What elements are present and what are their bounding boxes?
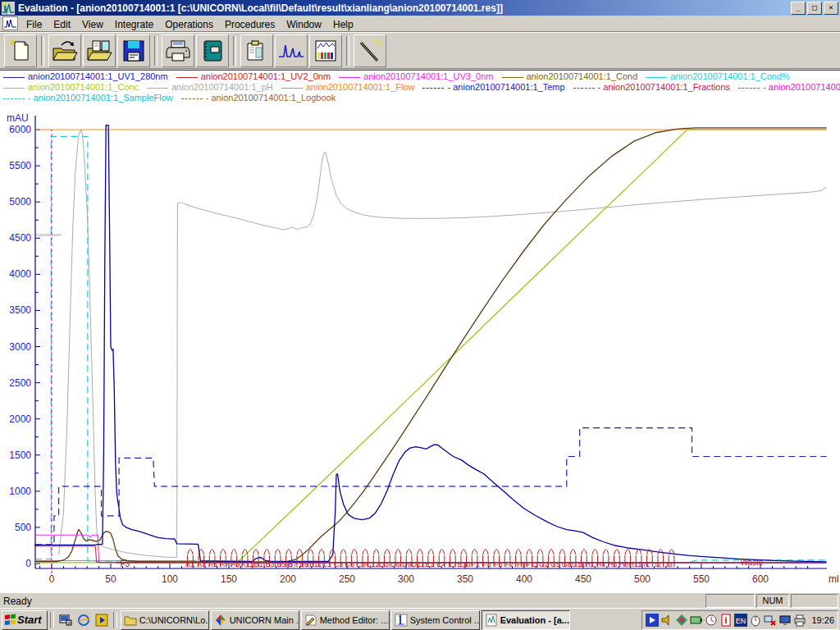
tray-info-doc-icon[interactable]: i: [719, 614, 733, 627]
status-text: Ready: [0, 596, 705, 607]
fraction-arc: [483, 550, 489, 555]
tray-volume-icon[interactable]: [660, 614, 673, 627]
status-pane-2: [791, 594, 838, 608]
close-button[interactable]: ×: [824, 2, 838, 15]
menu-view[interactable]: View: [76, 17, 109, 32]
print-button[interactable]: [162, 34, 194, 67]
system-tray: iEN 19:26: [641, 610, 838, 630]
maximize-button[interactable]: □: [807, 2, 822, 15]
fraction-label: H11: [628, 560, 641, 568]
tray-net-disconnect-icon[interactable]: [764, 614, 777, 627]
fraction-label: F11: [527, 560, 539, 568]
fraction-label: I1: [644, 560, 651, 568]
fraction-arc: [516, 550, 522, 555]
fraction-label: C9: [357, 560, 367, 568]
fraction-arc: [537, 550, 543, 555]
fraction-label: A11: [240, 560, 253, 568]
show-desktop-quicklaunch-icon[interactable]: [57, 612, 74, 628]
fraction-label: B9: [299, 560, 308, 568]
fraction-label: H6: [608, 560, 618, 568]
fraction-arc: [582, 550, 587, 555]
chromatogram-area: anion20100714001:1_UV1_280nmanion2010071…: [0, 70, 840, 593]
report-clipboard-button[interactable]: [240, 34, 273, 67]
title-bar[interactable]: Evaluation - [anion20100714001:1 [c:\UNI…: [0, 0, 840, 16]
fraction-arc: [472, 550, 477, 555]
tray-battery-icon[interactable]: [690, 614, 703, 627]
taskbar: Start C:\UNICORN\Lo...UNICORN Main ...Me…: [0, 608, 840, 630]
start-button[interactable]: Start: [2, 610, 48, 630]
menu-file[interactable]: File: [21, 17, 48, 32]
tray-media-player-icon[interactable]: [646, 614, 659, 627]
fraction-arc: [570, 550, 576, 555]
x-tick-label: 500: [634, 573, 651, 585]
start-label: Start: [17, 614, 42, 626]
menu-edit[interactable]: Edit: [48, 17, 76, 32]
menu-operations[interactable]: Operations: [159, 17, 219, 32]
waste-label: Waste: [741, 558, 764, 567]
menu-window[interactable]: Window: [281, 17, 327, 32]
toolbar-separator: [346, 36, 349, 66]
fraction-label: E1: [425, 560, 434, 568]
menu-bar: FileEditViewIntegrateOperationsProcedure…: [0, 16, 840, 32]
taskbar-button-system-control[interactable]: System Control ...: [391, 610, 480, 630]
fraction-label: C12: [366, 560, 380, 568]
fraction-label: B3: [265, 560, 274, 568]
fraction-label: H4: [596, 560, 606, 568]
open-result-button[interactable]: [83, 34, 116, 67]
fraction-marks: A1A3A5A7A9A11B1B3B5B7B9B11C1C3C6C9C12D3D…: [116, 550, 825, 569]
fraction-label: E10: [458, 560, 471, 568]
open-folder-button[interactable]: [48, 34, 81, 67]
fraction-label-f3: F3: [121, 559, 130, 568]
taskbar-button-folder[interactable]: C:\UNICORN\Lo...: [121, 610, 209, 630]
fraction-label: F3: [482, 560, 491, 568]
fraction-label: A5: [208, 560, 217, 568]
internet-explorer-quicklaunch-icon[interactable]: [75, 612, 92, 628]
tray-mouse-icon[interactable]: [749, 614, 762, 627]
y-tick-label: 4000: [9, 268, 31, 280]
magic-wand-button[interactable]: [354, 34, 386, 67]
y-tick-label: 2000: [9, 413, 31, 425]
notebook-icon: [201, 39, 224, 63]
minimize-button[interactable]: _: [791, 2, 806, 15]
y-tick-label: 1000: [9, 486, 31, 497]
fraction-arc: [352, 550, 358, 555]
notebook-button[interactable]: [196, 34, 229, 67]
menu-help[interactable]: Help: [327, 17, 359, 32]
open-folder-icon: [52, 39, 78, 63]
fraction-label: B11: [309, 560, 322, 568]
chromatogram-peaks-button[interactable]: [275, 34, 308, 67]
fraction-arc: [209, 550, 215, 555]
folder-icon: [124, 614, 137, 627]
tray-printer-icon[interactable]: [793, 614, 806, 627]
fraction-arc: [504, 550, 510, 555]
menu-integrate[interactable]: Integrate: [109, 17, 159, 32]
y-tick-label: 4500: [9, 232, 31, 244]
fraction-arc: [603, 550, 609, 555]
menu-procedures[interactable]: Procedures: [219, 17, 281, 32]
fraction-arc: [264, 550, 270, 555]
window-title: Evaluation - [anion20100714001:1 [c:\UNI…: [18, 2, 503, 14]
save-floppy-button[interactable]: [117, 34, 150, 67]
curve-cond: [35, 128, 827, 562]
tray-lang-EN-icon[interactable]: EN: [734, 614, 747, 627]
tray-scheduler-icon[interactable]: [705, 614, 718, 627]
fraction-arc: [373, 550, 379, 555]
x-tick-label: 300: [398, 573, 414, 585]
media-player-quicklaunch-icon[interactable]: [94, 612, 110, 628]
fraction-label: A1: [185, 560, 194, 568]
new-document-icon: [8, 39, 33, 63]
taskbar-button-method-editor[interactable]: Method Editor: ...: [301, 610, 390, 630]
taskbar-button-label: C:\UNICORN\Lo...: [139, 615, 209, 625]
tray-display-icon[interactable]: [778, 614, 792, 627]
histogram-button[interactable]: [309, 34, 342, 67]
chromatogram-plot[interactable]: 0500100015002000250030003500400045005000…: [0, 71, 840, 593]
y-tick-label: 5500: [9, 160, 31, 171]
tray-network-diamond-icon[interactable]: [675, 614, 688, 627]
fraction-arc: [188, 550, 194, 555]
fraction-arc: [395, 550, 401, 555]
child-window-icon[interactable]: [2, 16, 18, 30]
new-document-button[interactable]: [4, 34, 37, 67]
taskbar-button-unicorn-diamond[interactable]: UNICORN Main ...: [211, 610, 299, 630]
taskbar-button-evaluation[interactable]: Evaluation - [a...: [482, 610, 570, 630]
fraction-label: C6: [345, 560, 355, 568]
